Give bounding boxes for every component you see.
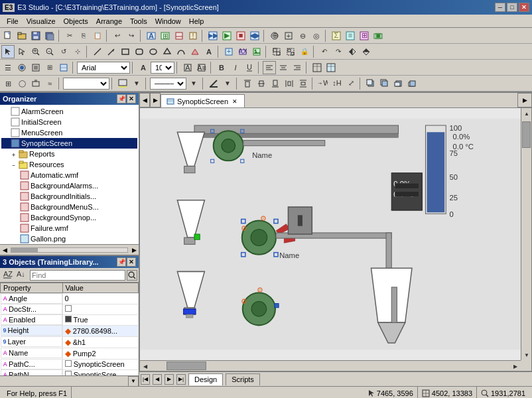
canvas-tab-close[interactable]: ✕ <box>231 98 239 105</box>
menu-file[interactable]: File <box>3 16 23 27</box>
save-all-button[interactable] <box>43 29 56 42</box>
format-icon-c[interactable]: ⊞ <box>43 61 56 74</box>
fontsize-select[interactable]: 101214 <box>151 62 174 74</box>
prop-scroll-down[interactable]: ▼ <box>128 376 139 387</box>
format-icon-a[interactable]: ☰ <box>1 61 15 74</box>
canvas-vscrollbar[interactable]: ▲ ▼ <box>521 108 531 360</box>
scroll-left-btn[interactable]: ◀ <box>0 245 9 255</box>
zorder-forward[interactable] <box>392 77 405 90</box>
menu-window[interactable]: Window <box>151 16 185 27</box>
fill-dropdown[interactable]: ▼ <box>130 77 143 90</box>
close-button[interactable]: ✕ <box>519 3 529 12</box>
prop-value-name[interactable]: ◆ Pump2 <box>62 348 138 359</box>
tb-icon-h[interactable]: ◀▶ <box>248 29 261 42</box>
tree-item-initialscreen[interactable]: InitialScreen <box>1 117 137 127</box>
pathc-checkbox[interactable] <box>65 360 72 367</box>
prop-value-pathn[interactable]: SynopticScre... <box>62 369 138 375</box>
pathn-checkbox[interactable] <box>65 371 72 375</box>
open-button[interactable] <box>15 29 29 42</box>
size-wh[interactable]: ⤢ <box>344 77 358 90</box>
menu-objects[interactable]: Objects <box>60 16 92 27</box>
canvas-nav-right[interactable]: ▶ <box>150 93 161 107</box>
prop-value-layer[interactable]: ◆ &h1 <box>62 336 138 348</box>
bold-btn[interactable]: B <box>215 61 228 74</box>
format-icon-j[interactable]: ≈ <box>43 77 56 90</box>
flip-h[interactable] <box>346 45 359 58</box>
tb-icon-n[interactable]: ≡ <box>344 29 357 42</box>
align-right[interactable] <box>291 61 304 74</box>
save-button[interactable] <box>29 29 42 42</box>
tree-item-menuscreen[interactable]: MenuScreen <box>1 127 137 138</box>
design-tab[interactable]: Design <box>188 373 223 385</box>
zorder-backward[interactable] <box>406 77 419 90</box>
nav-last[interactable]: ▶| <box>176 374 186 385</box>
prop-value-enabled[interactable]: True <box>62 314 138 325</box>
linewidth-dropdown[interactable]: ▼ <box>187 77 200 90</box>
tb-icon-g[interactable]: ■ <box>234 29 247 42</box>
select-tool[interactable] <box>1 45 15 58</box>
group-btn[interactable] <box>270 45 283 58</box>
ungroup-btn[interactable] <box>284 45 297 58</box>
size-h[interactable]: ↕H <box>330 77 344 90</box>
prop-value-pathc[interactable]: SynopticScreen <box>62 359 138 369</box>
tree-item-bgsynop[interactable]: BackgroundSynop... <box>1 212 137 223</box>
nav-first[interactable]: |◀ <box>141 374 150 385</box>
draw-rect[interactable] <box>119 45 132 58</box>
insert-image[interactable] <box>250 45 263 58</box>
cut-button[interactable]: ✂ <box>63 29 76 42</box>
text-tool[interactable]: A <box>202 45 216 58</box>
draw-arrow[interactable] <box>105 45 118 58</box>
tb-icon-o[interactable]: ⊞ <box>358 29 371 42</box>
pointer-tool[interactable] <box>15 45 29 58</box>
zoom-tool[interactable]: + <box>29 45 42 58</box>
rotate-left[interactable]: ↶ <box>318 45 331 58</box>
tb-icon-e[interactable]: ▶▶ <box>206 29 220 42</box>
zorder-front[interactable] <box>364 77 377 90</box>
cursor-tool[interactable]: ⊹ <box>71 45 84 58</box>
docstr-checkbox[interactable] <box>65 305 72 312</box>
prop-sort-cat[interactable]: A↓ <box>15 269 27 281</box>
linewidth-select[interactable]: ────── <box>150 78 186 90</box>
rotate-right[interactable]: ↷ <box>332 45 345 58</box>
radio-btn[interactable] <box>15 61 29 74</box>
organizer-pin-btn[interactable]: 📌 <box>117 94 126 103</box>
reports-expand[interactable]: ＋ <box>11 151 17 157</box>
format-icon-i[interactable] <box>29 77 42 90</box>
tree-item-bgmenu[interactable]: BackgroundMenuS... <box>1 202 137 212</box>
draw-polygon[interactable] <box>161 45 174 58</box>
underline-btn[interactable]: U <box>243 61 256 74</box>
align-vcenter[interactable] <box>255 77 268 90</box>
tb-icon-a[interactable]: A <box>145 29 158 42</box>
tb-icon-c[interactable] <box>172 29 186 42</box>
copy-button[interactable]: ⎘ <box>77 29 90 42</box>
hscroll-left-btn[interactable]: ◀ <box>140 361 151 371</box>
tree-item-auto[interactable]: Automatic.wmf <box>1 170 137 180</box>
distribute-v[interactable] <box>297 77 310 90</box>
prop-value-angle[interactable]: 0 <box>62 293 138 304</box>
maximize-button[interactable]: □ <box>507 3 517 12</box>
format-icon-b[interactable] <box>29 61 42 74</box>
italic-btn[interactable]: I <box>229 61 242 74</box>
refresh-tool[interactable]: ↺ <box>57 45 70 58</box>
nav-next[interactable]: ▶ <box>165 374 174 385</box>
canvas-tab-synoptic[interactable]: SynopticScreen ✕ <box>161 94 245 107</box>
enabled-checkbox[interactable] <box>65 316 72 322</box>
new-button[interactable] <box>1 29 15 42</box>
vscroll-down-btn[interactable]: ▼ <box>521 350 532 360</box>
draw-roundrect[interactable] <box>133 45 146 58</box>
menu-tools[interactable]: Tools <box>126 16 151 27</box>
tb-icon-p[interactable]: ▣ <box>371 29 385 42</box>
tree-item-reports[interactable]: ＋ Reports <box>1 149 137 159</box>
draw-line[interactable] <box>91 45 104 58</box>
organizer-hscroll[interactable]: ◀ ▶ <box>0 244 139 255</box>
style-select[interactable] <box>63 78 109 90</box>
hscroll-thumb[interactable] <box>166 362 206 370</box>
tb-icon-l[interactable]: ◎ <box>310 29 323 42</box>
size-w[interactable]: ↔W <box>316 77 330 90</box>
insert-activex[interactable]: AX <box>236 45 249 58</box>
tb-icon-k[interactable]: ⊖ <box>296 29 309 42</box>
insert-obj[interactable]: + <box>222 45 235 58</box>
fill-color-btn[interactable] <box>116 77 129 90</box>
canvas-hscrollbar[interactable]: ◀ ▶ <box>140 360 521 371</box>
lock-btn[interactable]: 🔒 <box>298 45 311 58</box>
